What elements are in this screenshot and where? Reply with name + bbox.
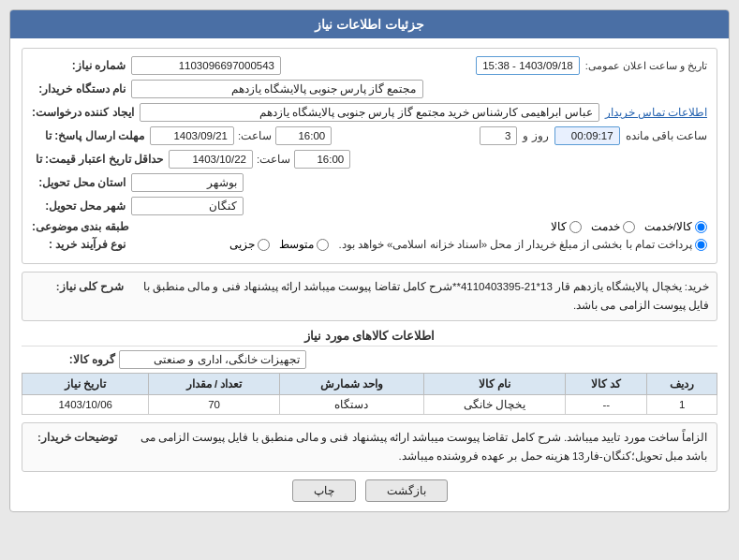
row-mohlat: ساعت باقی مانده 00:09:17 روز و 3 16:00 س… <box>32 126 707 145</box>
col-vahed: واحد شمارش <box>279 374 423 395</box>
note-text: الزاماً ساخت مورد تایید میباشد. شرح کامل… <box>121 429 707 465</box>
bazgasht-button[interactable]: بازگشت <box>365 479 448 502</box>
jadval-saat-label: ساعت: <box>257 153 290 166</box>
jadval-time-wrapper: 16:00 ساعت: 1403/10/22 <box>169 150 350 169</box>
ijad-konande-label: ایجاد کننده درخواست: <box>32 106 134 119</box>
grohe-kala-row: تجهیزات خانگی، اداری و صنعتی گروه کالا: <box>22 350 717 369</box>
mohlat-saat-box: 16:00 <box>275 126 332 145</box>
radio-kala-khadamat[interactable] <box>695 221 707 233</box>
radio-jozee-text: جزیی <box>229 238 255 251</box>
col-kod: کد کالا <box>566 374 647 395</box>
grohe-kala-box: تجهیزات خانگی، اداری و صنعتی <box>119 350 306 369</box>
panel-title: جزئیات اطلاعات نیاز <box>315 17 424 32</box>
row-jadval: 16:00 ساعت: 1403/10/22 حداقل تاریخ اعتبا… <box>32 150 707 169</box>
shahr-value: کنگان <box>209 199 237 213</box>
sharh-text: خرید: یخچال پالایشگاه یازدهم قار 13*21-4… <box>129 278 709 315</box>
mohlat-time-wrapper: 16:00 ساعت: 1403/09/21 <box>150 126 332 145</box>
tarikh-label: تاریخ و ساعت اعلان عمومی: <box>585 60 707 72</box>
row-noue: پرداخت تمام با بخشی از مبلغ خریدار از مح… <box>32 238 707 251</box>
radio-motevaset-text: متوسط <box>279 238 314 251</box>
mande-label: ساعت باقی مانده <box>626 129 707 142</box>
row-ostan: بوشهر استان محل تحویل: <box>32 173 707 192</box>
radio-kala-text: کالا <box>551 220 567 233</box>
mohlat-saat: 16:00 <box>298 130 325 141</box>
row-nam-dastgah: مجتمع گاز پارس جنوبی پالایشگاه یازدهم نا… <box>32 80 707 98</box>
tabaqe-label: طبقه بندی موضوعی: <box>32 220 129 233</box>
chap-button[interactable]: چاپ <box>292 479 356 502</box>
col-tarikh: تاریخ نیاز <box>22 374 149 395</box>
row-shomara-tarikh: تاریخ و ساعت اعلان عمومی: 1403/09/18 - 1… <box>32 56 707 75</box>
cell-nam: یخچال خانگی <box>423 395 566 415</box>
radio-khadamat-label[interactable]: خدمت <box>591 220 635 233</box>
jadval-date: 1403/10/22 <box>192 154 246 165</box>
radio-pardakht-label[interactable]: پرداخت تمام با بخشی از مبلغ خریدار از مح… <box>338 238 707 251</box>
radio-khadamat-text: خدمت <box>591 220 620 233</box>
radio-motevaset[interactable] <box>317 239 329 251</box>
sharh-label: شرح کلی نیاز: <box>30 278 124 297</box>
cell-tedad: 70 <box>149 395 279 415</box>
table-header-row: ردیف کد کالا نام کالا واحد شمارش تعداد /… <box>22 374 717 395</box>
radio-jozee[interactable] <box>258 239 270 251</box>
radio-kala[interactable] <box>569 221 582 233</box>
items-table: ردیف کد کالا نام کالا واحد شمارش تعداد /… <box>22 373 717 415</box>
table-row: 1 -- یخچال خانگی دستگاه 70 1403/10/06 <box>22 395 717 415</box>
shomara-niaz-label: شماره نیاز: <box>32 59 126 72</box>
jadval-saat-box: 16:00 <box>294 150 350 169</box>
mohlat-label: مهلت ارسال پاسخ: تا <box>32 129 144 142</box>
mohlat-date-box: 1403/09/21 <box>150 126 234 145</box>
jadval-date-box: 1403/10/22 <box>169 150 253 169</box>
roz-value-box: 3 <box>480 126 517 145</box>
shomara-niaz-value: 1103096697000543 <box>179 60 274 71</box>
mohlat-saat-label: ساعت: <box>238 129 272 142</box>
grohe-kala-label: گروه کالا: <box>22 353 115 366</box>
cell-tarikh: 1403/10/06 <box>22 395 149 415</box>
mande-value: 00:09:17 <box>571 130 613 141</box>
ostan-value: بوشهر <box>207 176 237 189</box>
noue-radio-group: پرداخت تمام با بخشی از مبلغ خریدار از مح… <box>131 238 707 251</box>
row-ijad: اطلاعات تماس خریدار عباس ابراهیمی کارشنا… <box>32 103 707 122</box>
panel-header: جزئیات اطلاعات نیاز <box>10 10 729 38</box>
shahr-value-box: کنگان <box>131 197 244 215</box>
col-nam: نام کالا <box>423 374 566 395</box>
tarikh-value: 1403/09/18 - 15:38 <box>482 60 573 71</box>
cell-vahed: دستگاه <box>279 395 423 415</box>
nam-dastgah-box: مجتمع گاز پارس جنوبی پالایشگاه یازدهم <box>131 80 423 98</box>
note-row: الزاماً ساخت مورد تایید میباشد. شرح کامل… <box>32 429 707 465</box>
cell-radif: 1 <box>647 395 717 415</box>
ijad-konande-value: عباس ابراهیمی کارشناس خرید مجتمع گاز پار… <box>259 106 593 119</box>
shahr-label: شهر محل تحویل: <box>32 199 126 213</box>
radio-jozee-label[interactable]: جزیی <box>229 238 270 251</box>
roz-label: روز و <box>523 129 548 142</box>
col-tedad: تعداد / مقدار <box>149 374 279 395</box>
radio-kala-khadamat-label[interactable]: کالا/خدمت <box>644 220 707 233</box>
main-panel: جزئیات اطلاعات نیاز تاریخ و ساعت اعلان ع… <box>9 9 730 512</box>
col-radif: ردیف <box>647 374 717 395</box>
grohe-kala-value: تجهیزات خانگی، اداری و صنعتی <box>154 353 300 366</box>
radio-khadamat[interactable] <box>623 221 635 233</box>
note-label: توضیحات خریدار: <box>37 429 117 448</box>
ostan-value-box: بوشهر <box>131 173 244 192</box>
radio-pardakht-text: پرداخت تمام با بخشی از مبلغ خریدار از مح… <box>338 238 692 251</box>
radio-kala-label[interactable]: کالا <box>551 220 582 233</box>
mande-value-box: 00:09:17 <box>554 126 620 145</box>
jadval-saat: 16:00 <box>317 154 344 165</box>
ijad-konande-box: عباس ابراهیمی کارشناس خرید مجتمع گاز پار… <box>140 103 599 122</box>
row-tabaqe: کالا/خدمت خدمت کالا طبقه بندی موضوعی: <box>32 220 707 233</box>
nam-dastgah-value: مجتمع گاز پارس جنوبی پالایشگاه یازدهم <box>231 82 417 96</box>
nam-dastgah-label: نام دستگاه خریدار: <box>32 82 126 96</box>
items-table-section: ردیف کد کالا نام کالا واحد شمارش تعداد /… <box>22 373 717 415</box>
ostan-label: استان محل تحویل: <box>32 176 126 189</box>
sharh-section: خرید: یخچال پالایشگاه یازدهم قار 13*21-4… <box>22 272 717 321</box>
panel-body: تاریخ و ساعت اعلان عمومی: 1403/09/18 - 1… <box>10 38 729 511</box>
cell-kod: -- <box>566 395 647 415</box>
ettela-title: اطلاعات کالاهای مورد نیاز <box>22 329 717 346</box>
noue-label: نوع فرآیند خرید : <box>32 238 126 251</box>
button-row: بازگشت چاپ <box>22 479 717 502</box>
ettelaat-tamas-link[interactable]: اطلاعات تماس خریدار <box>605 106 707 119</box>
radio-kala-khadamat-text: کالا/خدمت <box>644 220 692 233</box>
shomara-niaz-box: 1103096697000543 <box>131 56 281 75</box>
mohlat-date: 1403/09/21 <box>173 130 228 141</box>
tarikh-value-box: 1403/09/18 - 15:38 <box>476 56 580 75</box>
radio-motevaset-label[interactable]: متوسط <box>279 238 329 251</box>
radio-pardakht[interactable] <box>695 239 707 251</box>
